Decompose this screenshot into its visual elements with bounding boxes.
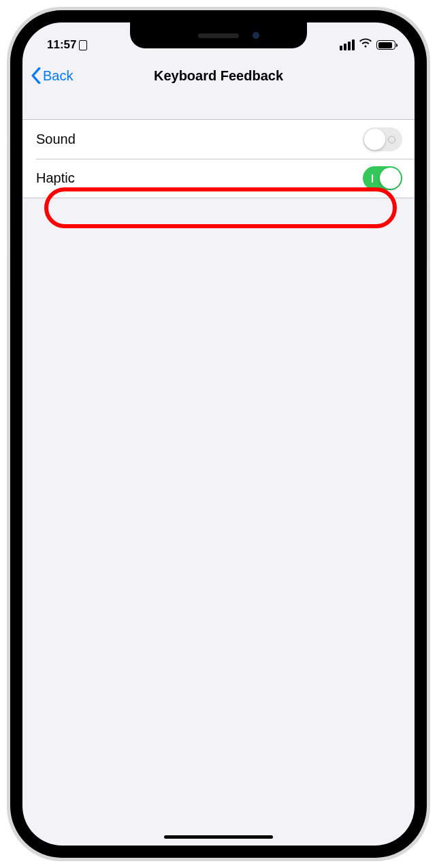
notch [130,22,307,48]
toggle-knob [364,129,385,150]
settings-row-haptic[interactable]: Haptic [22,159,415,198]
toggle-knob [380,168,401,189]
cellular-signal-icon [340,40,355,50]
sim-card-icon [79,40,87,50]
status-right [340,38,395,52]
settings-content: Sound Haptic [22,93,415,198]
home-indicator[interactable] [164,835,273,839]
wifi-icon [359,38,372,52]
settings-group: Sound Haptic [22,119,415,198]
sound-toggle[interactable] [363,127,402,151]
screen: 11:57 Back [22,22,415,846]
front-camera [253,32,259,39]
settings-row-sound[interactable]: Sound [22,120,415,159]
status-time: 11:57 [47,38,76,52]
haptic-toggle[interactable] [363,166,402,190]
speaker-grille [198,33,239,38]
page-title: Keyboard Feedback [31,68,406,84]
navigation-bar: Back Keyboard Feedback [22,58,415,93]
phone-bezel: 11:57 Back [10,10,427,858]
row-label: Sound [36,131,76,147]
phone-device-frame: 11:57 Back [7,7,430,861]
status-left: 11:57 [47,38,87,52]
chevron-left-icon [31,67,42,84]
back-button[interactable]: Back [31,67,73,84]
battery-icon [376,40,395,50]
row-label: Haptic [36,170,75,186]
back-label: Back [43,68,73,84]
